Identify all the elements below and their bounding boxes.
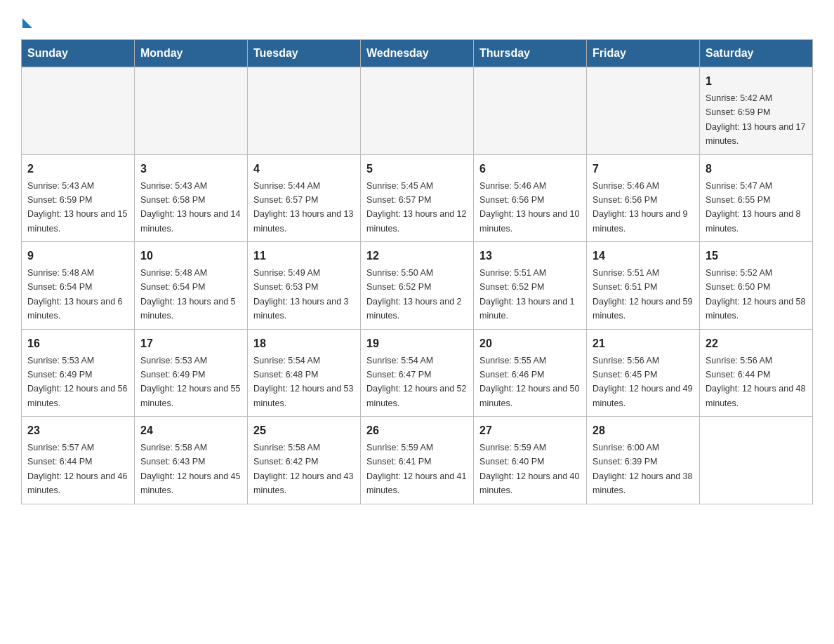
- column-header-tuesday: Tuesday: [248, 40, 361, 67]
- column-header-friday: Friday: [587, 40, 700, 67]
- day-number: 17: [140, 335, 241, 352]
- day-number: 10: [140, 248, 241, 264]
- calendar-day-cell: 11Sunrise: 5:49 AMSunset: 6:53 PMDayligh…: [248, 242, 361, 330]
- day-number: 20: [479, 335, 581, 352]
- calendar-day-cell: 9Sunrise: 5:48 AMSunset: 6:54 PMDaylight…: [22, 242, 135, 330]
- calendar-day-cell: 2Sunrise: 5:43 AMSunset: 6:59 PMDaylight…: [22, 154, 135, 242]
- day-number: 11: [253, 248, 355, 264]
- calendar-header-row: SundayMondayTuesdayWednesdayThursdayFrid…: [22, 40, 813, 67]
- day-number: 1: [706, 73, 807, 90]
- day-number: 12: [366, 248, 468, 264]
- calendar-day-cell: [248, 67, 361, 155]
- day-number: 27: [479, 422, 581, 439]
- day-number: 16: [27, 335, 128, 352]
- calendar-day-cell: [135, 67, 248, 155]
- day-number: 24: [140, 422, 241, 439]
- calendar-day-cell: [474, 67, 587, 155]
- day-info: Sunrise: 5:59 AMSunset: 6:40 PMDaylight:…: [479, 443, 579, 495]
- calendar-day-cell: [700, 417, 813, 504]
- day-info: Sunrise: 5:48 AMSunset: 6:54 PMDaylight:…: [140, 268, 236, 321]
- day-info: Sunrise: 5:49 AMSunset: 6:53 PMDaylight:…: [253, 268, 349, 321]
- column-header-thursday: Thursday: [474, 40, 587, 67]
- day-info: Sunrise: 5:59 AMSunset: 6:41 PMDaylight:…: [366, 443, 466, 495]
- day-info: Sunrise: 5:46 AMSunset: 6:56 PMDaylight:…: [593, 181, 688, 234]
- day-number: 3: [140, 161, 241, 177]
- calendar-day-cell: 6Sunrise: 5:46 AMSunset: 6:56 PMDaylight…: [474, 154, 587, 242]
- day-info: Sunrise: 5:53 AMSunset: 6:49 PMDaylight:…: [140, 356, 240, 408]
- calendar-week-row: 1Sunrise: 5:42 AMSunset: 6:59 PMDaylight…: [22, 67, 813, 155]
- calendar-week-row: 16Sunrise: 5:53 AMSunset: 6:49 PMDayligh…: [22, 329, 813, 417]
- calendar-week-row: 23Sunrise: 5:57 AMSunset: 6:44 PMDayligh…: [22, 417, 813, 504]
- day-info: Sunrise: 5:48 AMSunset: 6:54 PMDaylight:…: [27, 268, 123, 321]
- day-info: Sunrise: 5:43 AMSunset: 6:59 PMDaylight:…: [27, 181, 127, 234]
- calendar-day-cell: [361, 67, 474, 155]
- calendar-day-cell: 4Sunrise: 5:44 AMSunset: 6:57 PMDaylight…: [248, 154, 361, 242]
- calendar-table: SundayMondayTuesdayWednesdayThursdayFrid…: [21, 39, 813, 504]
- day-number: 5: [366, 161, 468, 177]
- calendar-day-cell: 19Sunrise: 5:54 AMSunset: 6:47 PMDayligh…: [361, 329, 474, 417]
- calendar-day-cell: 28Sunrise: 6:00 AMSunset: 6:39 PMDayligh…: [587, 417, 700, 504]
- day-number: 19: [366, 335, 468, 352]
- day-number: 7: [593, 161, 694, 177]
- calendar-day-cell: 5Sunrise: 5:45 AMSunset: 6:57 PMDaylight…: [361, 154, 474, 242]
- day-info: Sunrise: 5:47 AMSunset: 6:55 PMDaylight:…: [706, 181, 801, 234]
- day-number: 15: [706, 248, 807, 264]
- day-info: Sunrise: 5:43 AMSunset: 6:58 PMDaylight:…: [140, 181, 240, 234]
- day-number: 8: [706, 161, 807, 177]
- calendar-day-cell: 7Sunrise: 5:46 AMSunset: 6:56 PMDaylight…: [587, 154, 700, 242]
- page-header: [21, 14, 813, 27]
- day-info: Sunrise: 5:54 AMSunset: 6:48 PMDaylight:…: [253, 356, 353, 408]
- day-info: Sunrise: 5:58 AMSunset: 6:43 PMDaylight:…: [140, 443, 240, 495]
- day-number: 2: [27, 161, 128, 177]
- day-info: Sunrise: 5:46 AMSunset: 6:56 PMDaylight:…: [479, 181, 579, 234]
- column-header-saturday: Saturday: [700, 40, 813, 67]
- day-info: Sunrise: 5:56 AMSunset: 6:45 PMDaylight:…: [593, 356, 692, 408]
- calendar-day-cell: 22Sunrise: 5:56 AMSunset: 6:44 PMDayligh…: [700, 329, 813, 417]
- calendar-day-cell: 15Sunrise: 5:52 AMSunset: 6:50 PMDayligh…: [700, 242, 813, 330]
- day-info: Sunrise: 5:51 AMSunset: 6:52 PMDaylight:…: [479, 268, 575, 321]
- calendar-day-cell: 8Sunrise: 5:47 AMSunset: 6:55 PMDaylight…: [700, 154, 813, 242]
- calendar-day-cell: 13Sunrise: 5:51 AMSunset: 6:52 PMDayligh…: [474, 242, 587, 330]
- logo-arrow-icon: [22, 18, 32, 28]
- calendar-day-cell: 27Sunrise: 5:59 AMSunset: 6:40 PMDayligh…: [474, 417, 587, 504]
- day-number: 13: [479, 248, 581, 264]
- day-info: Sunrise: 5:58 AMSunset: 6:42 PMDaylight:…: [253, 443, 353, 495]
- column-header-sunday: Sunday: [22, 40, 135, 67]
- calendar-week-row: 9Sunrise: 5:48 AMSunset: 6:54 PMDaylight…: [22, 242, 813, 330]
- calendar-day-cell: 20Sunrise: 5:55 AMSunset: 6:46 PMDayligh…: [474, 329, 587, 417]
- calendar-day-cell: 24Sunrise: 5:58 AMSunset: 6:43 PMDayligh…: [135, 417, 248, 504]
- day-info: Sunrise: 5:52 AMSunset: 6:50 PMDaylight:…: [706, 268, 805, 321]
- calendar-day-cell: 16Sunrise: 5:53 AMSunset: 6:49 PMDayligh…: [22, 329, 135, 417]
- calendar-day-cell: 14Sunrise: 5:51 AMSunset: 6:51 PMDayligh…: [587, 242, 700, 330]
- day-number: 22: [706, 335, 807, 352]
- calendar-day-cell: 12Sunrise: 5:50 AMSunset: 6:52 PMDayligh…: [361, 242, 474, 330]
- calendar-day-cell: 10Sunrise: 5:48 AMSunset: 6:54 PMDayligh…: [135, 242, 248, 330]
- calendar-day-cell: 1Sunrise: 5:42 AMSunset: 6:59 PMDaylight…: [700, 67, 813, 155]
- column-header-wednesday: Wednesday: [361, 40, 474, 67]
- day-info: Sunrise: 5:51 AMSunset: 6:51 PMDaylight:…: [593, 268, 692, 321]
- day-info: Sunrise: 5:53 AMSunset: 6:49 PMDaylight:…: [27, 356, 127, 408]
- day-number: 25: [253, 422, 355, 439]
- day-info: Sunrise: 5:57 AMSunset: 6:44 PMDaylight:…: [27, 443, 127, 495]
- day-number: 14: [593, 248, 694, 264]
- day-info: Sunrise: 5:54 AMSunset: 6:47 PMDaylight:…: [366, 356, 466, 408]
- calendar-day-cell: [587, 67, 700, 155]
- calendar-day-cell: 17Sunrise: 5:53 AMSunset: 6:49 PMDayligh…: [135, 329, 248, 417]
- column-header-monday: Monday: [135, 40, 248, 67]
- day-info: Sunrise: 5:42 AMSunset: 6:59 PMDaylight:…: [706, 93, 805, 146]
- day-number: 6: [479, 161, 581, 177]
- day-number: 4: [253, 161, 355, 177]
- calendar-week-row: 2Sunrise: 5:43 AMSunset: 6:59 PMDaylight…: [22, 154, 813, 242]
- day-number: 9: [27, 248, 128, 264]
- day-info: Sunrise: 5:50 AMSunset: 6:52 PMDaylight:…: [366, 268, 462, 321]
- calendar-day-cell: [22, 67, 135, 155]
- calendar-day-cell: 26Sunrise: 5:59 AMSunset: 6:41 PMDayligh…: [361, 417, 474, 504]
- day-number: 21: [593, 335, 694, 352]
- day-info: Sunrise: 6:00 AMSunset: 6:39 PMDaylight:…: [593, 443, 692, 495]
- calendar-day-cell: 21Sunrise: 5:56 AMSunset: 6:45 PMDayligh…: [587, 329, 700, 417]
- calendar-day-cell: 18Sunrise: 5:54 AMSunset: 6:48 PMDayligh…: [248, 329, 361, 417]
- day-number: 26: [366, 422, 468, 439]
- logo: [21, 14, 32, 27]
- day-info: Sunrise: 5:55 AMSunset: 6:46 PMDaylight:…: [479, 356, 579, 408]
- calendar-day-cell: 3Sunrise: 5:43 AMSunset: 6:58 PMDaylight…: [135, 154, 248, 242]
